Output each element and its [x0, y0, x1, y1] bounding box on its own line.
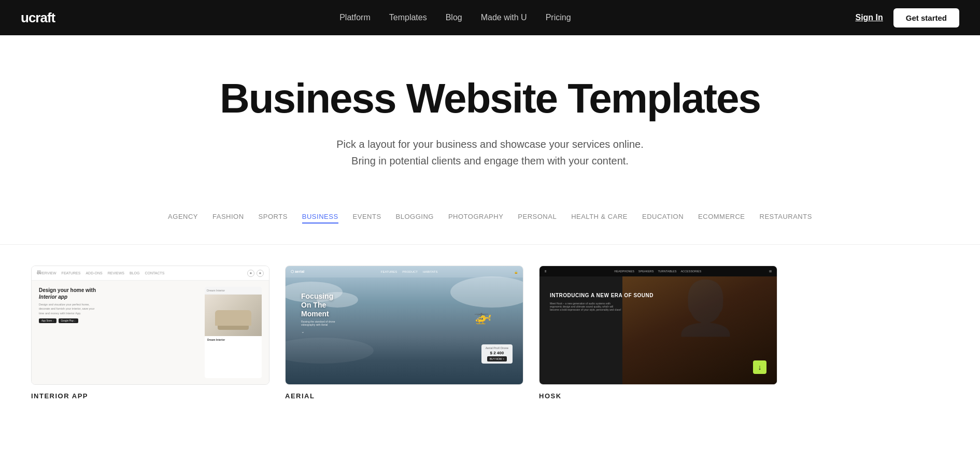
category-blogging[interactable]: BLOGGING [396, 211, 434, 224]
template-aerial-thumb: ⬡ aerial FEATURESPRODUCTHABITATS 🔒 Focus… [285, 266, 523, 385]
category-personal[interactable]: PERSONAL [518, 211, 557, 224]
template-hosk-thumb: ≡ HEADPHONESSPEAKERSTURNTABLESACCESSORIE… [539, 266, 777, 385]
category-business[interactable]: BUSINESS [302, 211, 338, 224]
hosk-arrow-button: ↓ [753, 360, 766, 374]
nav-blog[interactable]: Blog [446, 13, 462, 22]
template-interior-name: INTERIOR APP [31, 392, 269, 400]
nav-links: Platform Templates Blog Made with U Pric… [339, 13, 571, 22]
page-title: Business Website Templates [21, 77, 959, 120]
category-ecommerce[interactable]: ECOMMERCE [698, 211, 745, 224]
template-interior-app[interactable]: OVERVIEWFEATURESADD-ONSREVIEWSBLOGCONTAC… [31, 266, 269, 400]
category-agency[interactable]: AGENCY [168, 211, 198, 224]
templates-grid: OVERVIEWFEATURESADD-ONSREVIEWSBLOGCONTAC… [0, 245, 980, 421]
navbar-actions: Sign In Get started [855, 8, 959, 27]
category-fashion[interactable]: FASHION [212, 211, 244, 224]
nav-made-with-u[interactable]: Made with U [481, 13, 527, 22]
nav-platform[interactable]: Platform [339, 13, 371, 22]
template-hosk[interactable]: ≡ HEADPHONESSPEAKERSTURNTABLESACCESSORIE… [539, 266, 777, 400]
category-sports[interactable]: SPORTS [259, 211, 288, 224]
brand-logo[interactable]: ucraft [21, 10, 55, 26]
category-events[interactable]: EVENTS [353, 211, 381, 224]
hero-subtitle: Pick a layout for your business and show… [309, 136, 672, 169]
category-tabs: AGENCY FASHION SPORTS BUSINESS EVENTS BL… [0, 195, 980, 245]
category-photography[interactable]: PHOTOGRAPHY [448, 211, 503, 224]
drone-icon: 🚁 [474, 308, 492, 325]
get-started-button[interactable]: Get started [893, 8, 959, 27]
template-aerial[interactable]: ⬡ aerial FEATURESPRODUCTHABITATS 🔒 Focus… [285, 266, 523, 400]
signin-link[interactable]: Sign In [855, 13, 883, 22]
navbar: ucraft Platform Templates Blog Made with… [0, 0, 980, 35]
category-health-care[interactable]: HEALTH & CARE [571, 211, 628, 224]
template-aerial-name: AERIAL [285, 392, 523, 400]
hero-section: Business Website Templates Pick a layout… [0, 35, 980, 195]
category-education[interactable]: EDUCATION [642, 211, 684, 224]
template-interior-thumb: OVERVIEWFEATURESADD-ONSREVIEWSBLOGCONTAC… [31, 266, 269, 385]
nav-pricing[interactable]: Pricing [546, 13, 571, 22]
template-hosk-name: HOSK [539, 392, 777, 400]
category-restaurants[interactable]: RESTAURANTS [760, 211, 812, 224]
nav-templates[interactable]: Templates [389, 13, 427, 22]
